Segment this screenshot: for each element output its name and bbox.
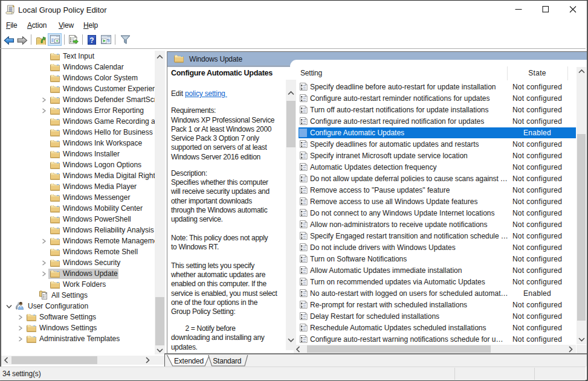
svg-text:Extended: Extended — [174, 357, 204, 365]
svg-text:Standard: Standard — [213, 357, 241, 365]
